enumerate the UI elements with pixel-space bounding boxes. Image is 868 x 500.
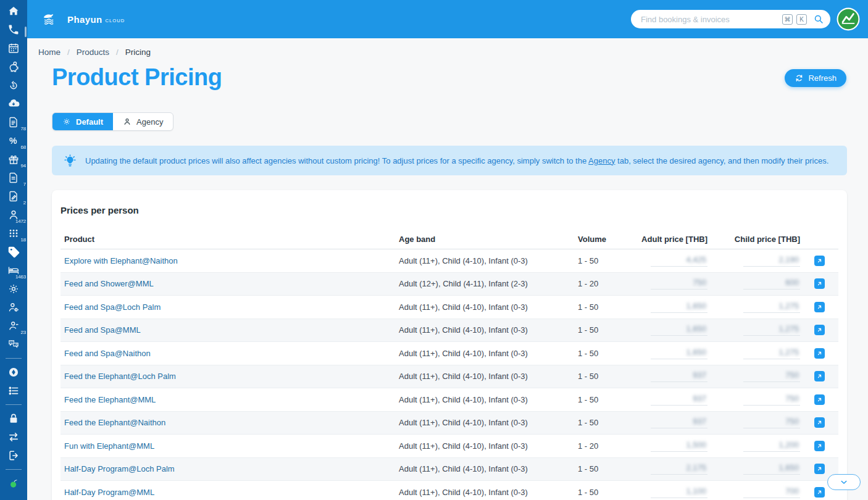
sidebar-item-staff-users[interactable]: 23 — [0, 317, 27, 335]
adult-price-cell: 937 — [625, 394, 707, 406]
edit-price-button[interactable] — [814, 302, 825, 312]
edit-price-button[interactable] — [814, 256, 825, 266]
edit-price-button[interactable] — [814, 348, 825, 359]
breadcrumb-products[interactable]: Products — [77, 48, 109, 57]
child-price-value[interactable]: 1,275 — [778, 301, 799, 310]
product-link[interactable]: Half-Day Program@Loch Palm — [64, 464, 175, 473]
staff-users-icon — [7, 320, 20, 332]
sidebar-item-badge: 1472 — [15, 219, 26, 224]
adult-price-value[interactable]: 1,100 — [686, 486, 706, 496]
tab-agency[interactable]: Agency — [113, 113, 173, 130]
edit-price-button[interactable] — [814, 417, 825, 428]
sidebar-item-user-settings[interactable] — [0, 298, 27, 317]
banner-agency-link[interactable]: Agency — [588, 156, 615, 165]
child-price-cell: 750 — [707, 417, 800, 428]
cloud-download-icon — [7, 98, 20, 110]
sidebar-item-money-refund[interactable]: $ — [0, 76, 27, 94]
breadcrumb-home[interactable]: Home — [38, 48, 61, 57]
scroll-down-button[interactable] — [827, 474, 861, 490]
child-price-value[interactable]: 700 — [785, 486, 799, 496]
volume-cell: 1 - 50 — [574, 372, 625, 381]
product-link[interactable]: Explore with Elephant@Naithon — [64, 256, 178, 265]
edit-price-button[interactable] — [814, 487, 825, 498]
adult-price-value[interactable]: 937 — [693, 394, 706, 403]
adult-price-value[interactable]: 750 — [693, 278, 706, 287]
sidebar-item-rooms-bed[interactable]: 1463 — [0, 261, 27, 280]
child-price-value[interactable]: 1,275 — [778, 348, 799, 357]
adult-price-value[interactable]: 1,500 — [686, 440, 706, 449]
phone-booking-icon — [7, 23, 20, 36]
sidebar-item-phone-booking[interactable] — [0, 20, 27, 39]
adult-price-value[interactable]: 1,650 — [686, 301, 706, 310]
edit-price-button[interactable] — [814, 371, 825, 381]
actions-cell — [800, 256, 838, 266]
sidebar-item-logout[interactable] — [0, 446, 27, 465]
child-price-value[interactable]: 1,200 — [778, 440, 799, 449]
sidebar-item-invoices[interactable]: 78 — [0, 113, 27, 131]
section-title: Prices per person — [61, 205, 838, 215]
product-link[interactable]: Feed the Elephant@MML — [64, 395, 156, 404]
child-price-value[interactable]: 1,275 — [778, 324, 799, 333]
table-row: Fun with Elephant@MML Adult (11+), Child… — [61, 435, 838, 458]
sidebar-item-transfer-arrows[interactable] — [0, 428, 27, 446]
sidebar-item-calendar[interactable] — [0, 39, 27, 57]
child-price-cell: 750 — [707, 370, 800, 382]
sidebar-item-apps-grid[interactable]: 18 — [0, 224, 27, 243]
sidebar-item-settings-gear[interactable] — [0, 280, 27, 298]
child-price-value[interactable]: 750 — [785, 370, 799, 380]
sidebar-item-piggy-bank[interactable] — [0, 57, 27, 76]
product-link[interactable]: Feed and Shower@MML — [64, 279, 154, 288]
adult-price-value[interactable]: 2,175 — [686, 463, 706, 472]
sidebar-item-documents[interactable]: 7 — [0, 169, 27, 187]
col-child-price: Child price [THB] — [707, 235, 800, 244]
sidebar-item-home[interactable] — [0, 2, 27, 20]
pricing-table-body: Explore with Elephant@Naithon Adult (11+… — [61, 249, 838, 500]
adult-price-value[interactable]: 1,650 — [686, 348, 706, 357]
product-link[interactable]: Half-Day Program@MML — [64, 488, 154, 497]
sidebar-scrollbar[interactable] — [25, 27, 27, 37]
adult-price-value[interactable]: 937 — [693, 417, 706, 426]
adult-price-cell: 4,425 — [625, 255, 707, 267]
product-link[interactable]: Feed and Spa@Naithon — [64, 349, 151, 358]
sidebar-item-customers[interactable]: 1472 — [0, 206, 27, 224]
avatar[interactable] — [837, 7, 860, 31]
actions-cell — [800, 417, 838, 428]
global-search-input[interactable] — [640, 14, 778, 25]
edit-price-button[interactable] — [814, 278, 825, 289]
sidebar-item-compass[interactable] — [0, 363, 27, 381]
sidebar-item-gift-vouchers[interactable]: 94 — [0, 150, 27, 169]
adult-price-value[interactable]: 4,425 — [686, 255, 706, 264]
product-link[interactable]: Fun with Elephant@MML — [64, 441, 154, 451]
sidebar-item-discounts[interactable]: %68 — [0, 131, 27, 150]
product-link[interactable]: Feed and Spa@Loch Palm — [64, 302, 161, 312]
adult-price-value[interactable]: 937 — [693, 370, 706, 380]
product-link[interactable]: Feed the Elephant@Naithon — [64, 418, 165, 427]
edit-price-button[interactable] — [814, 464, 825, 474]
child-price-value[interactable]: 750 — [785, 394, 799, 403]
sidebar-item-translations-chat[interactable]: QA — [0, 335, 27, 354]
adult-price-value[interactable]: 1,650 — [686, 324, 706, 333]
product-link[interactable]: Feed and Spa@MML — [64, 325, 141, 335]
edit-price-button[interactable] — [814, 441, 825, 451]
tab-default[interactable]: Default — [52, 113, 113, 130]
adult-price-cell: 1,650 — [625, 348, 707, 359]
volume-cell: 1 - 50 — [574, 325, 625, 335]
child-price-value[interactable]: 1,650 — [778, 463, 799, 472]
refresh-button[interactable]: Refresh — [785, 69, 846, 87]
edit-price-button[interactable] — [814, 325, 825, 335]
child-price-value[interactable]: 2,190 — [778, 255, 799, 264]
edit-price-button[interactable] — [814, 394, 825, 405]
search-icon[interactable] — [813, 14, 824, 25]
sidebar-item-lock[interactable] — [0, 409, 27, 428]
sidebar-item-task-list[interactable] — [0, 381, 27, 400]
volume-cell: 1 - 50 — [574, 349, 625, 358]
child-price-value[interactable]: 750 — [785, 417, 799, 426]
person-icon — [123, 117, 131, 126]
sidebar-item-cloud-download[interactable] — [0, 94, 27, 113]
child-price-value[interactable]: 600 — [785, 278, 799, 287]
sidebar-item-document-drafts[interactable]: 2 — [0, 187, 27, 206]
document-drafts-icon — [7, 190, 20, 202]
sidebar-divider — [6, 469, 22, 470]
sidebar-item-pricing-tag[interactable] — [0, 243, 27, 261]
product-link[interactable]: Feed the Elephant@Loch Palm — [64, 372, 176, 381]
